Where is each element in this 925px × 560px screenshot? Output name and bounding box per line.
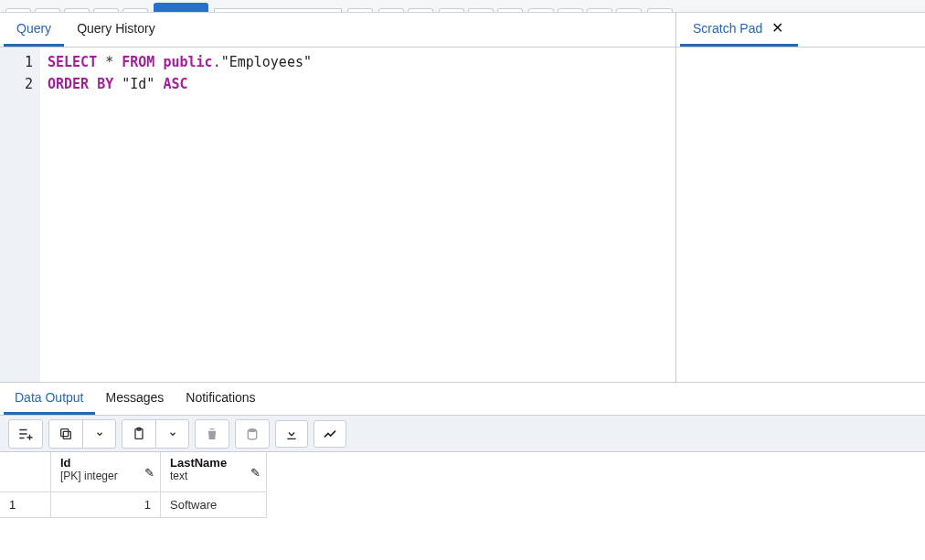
- keyword-select: SELECT: [48, 54, 97, 70]
- schema-name: public: [163, 54, 212, 70]
- keyword-order: ORDER: [48, 76, 89, 92]
- tab-query-history[interactable]: Query History: [64, 13, 168, 47]
- cell-lastname[interactable]: Software: [161, 492, 267, 518]
- tab-label: Query: [16, 21, 51, 36]
- order-column: "Id": [122, 76, 154, 92]
- column-type: text: [170, 470, 242, 482]
- tab-data-output[interactable]: Data Output: [4, 383, 95, 415]
- close-icon[interactable]: ✕: [770, 21, 785, 36]
- main-toolbar: [0, 0, 925, 13]
- paste-button[interactable]: [122, 420, 155, 448]
- tab-label: Scratch Pad: [693, 21, 762, 36]
- tab-messages[interactable]: Messages: [95, 383, 175, 415]
- toolbar-slot[interactable]: [587, 8, 612, 12]
- editor-tabs: Query Query History: [0, 13, 675, 48]
- toolbar-input-slot[interactable]: [214, 8, 342, 12]
- scratch-tabs: Scratch Pad ✕: [676, 13, 925, 48]
- toolbar-active-slot[interactable]: [154, 3, 208, 12]
- line-number: 1: [0, 51, 33, 73]
- line-number: 2: [0, 73, 33, 95]
- token-star: *: [97, 54, 122, 70]
- toolbar-slot[interactable]: [616, 8, 642, 12]
- code-content[interactable]: SELECT * FROM public."Employees"ORDER BY…: [40, 48, 675, 382]
- tab-label: Query History: [77, 21, 155, 36]
- column-type: [PK] integer: [60, 470, 136, 482]
- copy-button[interactable]: [49, 420, 82, 448]
- toolbar-slot[interactable]: [347, 8, 373, 12]
- sql-editor[interactable]: 1 2 SELECT * FROM public."Employees"ORDE…: [0, 48, 675, 382]
- svg-rect-5: [63, 431, 70, 438]
- column-name: Id: [60, 456, 136, 470]
- table-name: "Employees": [221, 54, 312, 70]
- save-data-button[interactable]: [236, 420, 269, 448]
- svg-rect-6: [61, 428, 69, 436]
- tab-notifications[interactable]: Notifications: [175, 383, 266, 415]
- column-header-id[interactable]: Id [PK] integer ✎: [51, 452, 161, 492]
- keyword-from: FROM: [122, 54, 154, 70]
- toolbar-slot[interactable]: [558, 8, 583, 12]
- grid-corner[interactable]: [0, 452, 51, 492]
- toolbar-slot[interactable]: [122, 8, 148, 12]
- scratch-pad-area[interactable]: [676, 48, 925, 382]
- toolbar-slot[interactable]: [408, 8, 433, 12]
- result-toolbar: [0, 416, 925, 452]
- line-gutter: 1 2: [0, 48, 40, 382]
- column-name: LastName: [170, 456, 242, 470]
- paste-dropdown[interactable]: [155, 420, 188, 448]
- add-row-button[interactable]: [9, 420, 42, 448]
- toolbar-slot[interactable]: [528, 8, 554, 12]
- tab-label: Messages: [106, 390, 165, 405]
- tab-scratch-pad[interactable]: Scratch Pad ✕: [680, 13, 798, 47]
- keyword-by: BY: [97, 76, 113, 92]
- tab-label: Data Output: [15, 390, 84, 405]
- output-tabs: Data Output Messages Notifications: [0, 383, 925, 416]
- column-header-lastname[interactable]: LastName text ✎: [161, 452, 267, 492]
- toolbar-slot[interactable]: [5, 8, 31, 12]
- edit-icon[interactable]: ✎: [144, 465, 154, 479]
- chart-button[interactable]: [314, 420, 346, 448]
- download-button[interactable]: [275, 420, 308, 448]
- toolbar-slot[interactable]: [647, 8, 673, 12]
- toolbar-slot[interactable]: [35, 8, 60, 12]
- toolbar-slot[interactable]: [439, 8, 464, 12]
- keyword-asc: ASC: [163, 76, 187, 92]
- tab-label: Notifications: [186, 390, 255, 405]
- delete-button[interactable]: [196, 420, 229, 448]
- toolbar-slot[interactable]: [468, 8, 494, 12]
- copy-dropdown[interactable]: [82, 420, 115, 448]
- row-number[interactable]: 1: [0, 492, 51, 518]
- edit-icon[interactable]: ✎: [250, 465, 260, 479]
- toolbar-slot[interactable]: [64, 8, 90, 12]
- svg-point-9: [248, 428, 256, 432]
- toolbar-slot[interactable]: [497, 8, 523, 12]
- result-grid: Id [PK] integer ✎ LastName text ✎ 1 1 So…: [0, 452, 925, 518]
- cell-id[interactable]: 1: [51, 492, 161, 518]
- tab-query[interactable]: Query: [4, 13, 64, 47]
- toolbar-slot[interactable]: [93, 8, 119, 12]
- toolbar-slot[interactable]: [378, 8, 404, 12]
